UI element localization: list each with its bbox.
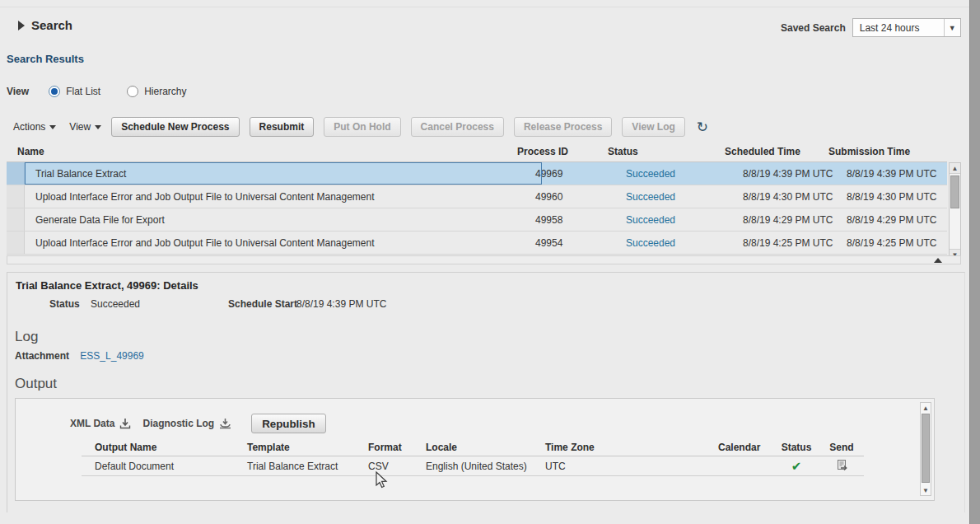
cancel-process-button[interactable]: Cancel Process	[411, 117, 504, 137]
schedule-new-process-button[interactable]: Schedule New Process	[111, 117, 239, 137]
cell-template: Trial Balance Extract	[247, 461, 368, 472]
cell-status[interactable]: Succeeded	[626, 237, 743, 249]
radio-hierarchy[interactable]: Hierarchy	[127, 86, 186, 97]
output-table-row[interactable]: Default Document Trial Balance Extract C…	[82, 456, 864, 476]
log-section-heading: Log	[15, 329, 38, 345]
results-table-header: Name Process ID Status Scheduled Time Su…	[7, 142, 947, 162]
put-on-hold-button[interactable]: Put On Hold	[324, 117, 400, 137]
table-row[interactable]: Trial Balance Extract 49969 Succeeded 8/…	[7, 162, 947, 185]
output-panel: XML Data Diagnostic Log Republish Output…	[15, 398, 935, 501]
output-table: Output Name Template Format Locale Time …	[82, 438, 864, 476]
row-gutter	[7, 185, 25, 208]
xml-data-label: XML Data	[70, 418, 114, 429]
saved-search-selected-value: Last 24 hours	[860, 22, 920, 34]
column-header-status[interactable]: Status	[772, 442, 821, 453]
cell-process-id: 49969	[535, 168, 626, 180]
column-header-locale[interactable]: Locale	[426, 442, 545, 453]
republish-button[interactable]: Republish	[251, 414, 325, 433]
resubmit-button[interactable]: Resubmit	[250, 117, 315, 137]
cell-submission-time: 8/8/19 4:30 PM UTC	[847, 191, 946, 203]
refresh-icon[interactable]: ↻	[697, 120, 708, 134]
row-gutter	[7, 232, 25, 254]
cell-process-id: 49958	[535, 214, 626, 226]
table-row[interactable]: Upload Interface Error and Job Output Fi…	[7, 185, 947, 208]
cell-status[interactable]: Succeeded	[626, 214, 743, 226]
column-header-submission-time[interactable]: Submission Time	[828, 146, 928, 157]
cell-submission-time: 8/8/19 4:25 PM UTC	[847, 237, 946, 249]
expand-arrow-icon[interactable]	[18, 21, 25, 30]
cell-time-zone: UTC	[545, 461, 718, 472]
scroll-up-icon[interactable]: ▲	[921, 403, 931, 413]
chevron-down-icon[interactable]: ▼	[944, 19, 960, 36]
cell-name: Upload Interface Error and Job Output Fi…	[25, 237, 535, 249]
cell-status[interactable]: Succeeded	[626, 168, 743, 180]
cell-process-id: 49954	[535, 237, 626, 249]
top-divider	[0, 7, 969, 7]
radio-hierarchy-icon[interactable]	[127, 86, 138, 97]
output-toolbar: XML Data Diagnostic Log Republish	[70, 414, 326, 433]
window-scrollbar[interactable]	[969, 0, 980, 524]
radio-flat-list[interactable]: Flat List	[49, 86, 100, 97]
view-menu-label: View	[69, 121, 91, 133]
download-icon[interactable]	[119, 418, 131, 429]
column-header-send[interactable]: Send	[821, 442, 862, 453]
success-check-icon: ✔	[772, 459, 821, 474]
row-gutter	[7, 162, 25, 185]
schedule-start-label: Schedule Start	[228, 298, 297, 310]
details-title: Trial Balance Extract, 49969: Details	[16, 279, 964, 292]
status-label: Status	[49, 298, 80, 310]
column-header-process-id[interactable]: Process ID	[517, 146, 608, 157]
chevron-down-icon	[49, 125, 56, 129]
scroll-up-icon[interactable]: ▲	[950, 163, 960, 174]
column-header-name[interactable]: Name	[7, 146, 517, 157]
radio-flat-list-icon[interactable]	[49, 86, 60, 97]
radio-flat-list-label: Flat List	[66, 86, 100, 97]
view-log-button[interactable]: View Log	[622, 117, 684, 137]
release-process-button[interactable]: Release Process	[514, 117, 612, 137]
splitter-collapse-icon[interactable]	[934, 258, 942, 263]
cell-submission-time: 8/8/19 4:39 PM UTC	[847, 168, 946, 180]
results-toolbar: Actions View Schedule New Process Resubm…	[0, 116, 968, 138]
cell-status[interactable]: Succeeded	[626, 191, 743, 203]
scheduled-processes-page: Search Saved Search Last 24 hours ▼ Sear…	[0, 0, 980, 524]
column-header-output-name[interactable]: Output Name	[95, 442, 247, 453]
view-label: View	[7, 86, 29, 97]
column-header-calendar[interactable]: Calendar	[718, 442, 772, 453]
table-row[interactable]: Generate Data File for Export 49958 Succ…	[7, 208, 947, 232]
send-icon[interactable]	[821, 459, 862, 473]
results-table: Name Process ID Status Scheduled Time Su…	[7, 142, 947, 255]
scrollbar-thumb[interactable]	[922, 414, 930, 483]
results-table-scrollbar[interactable]: ▲ ▼	[949, 162, 961, 260]
cell-process-id: 49960	[535, 191, 626, 203]
output-section-heading: Output	[15, 376, 57, 392]
actions-menu[interactable]: Actions	[13, 121, 56, 133]
actions-menu-label: Actions	[13, 121, 45, 133]
attachment-link[interactable]: ESS_L_49969	[80, 350, 143, 362]
column-header-scheduled-time[interactable]: Scheduled Time	[725, 146, 828, 157]
column-header-format[interactable]: Format	[368, 442, 426, 453]
column-header-time-zone[interactable]: Time Zone	[545, 442, 718, 453]
output-table-header: Output Name Template Format Locale Time …	[82, 438, 864, 456]
table-row[interactable]: Upload Interface Error and Job Output Fi…	[7, 232, 947, 255]
header-gutter	[82, 438, 95, 456]
search-section-header[interactable]: Search	[18, 18, 72, 32]
cell-scheduled-time: 8/8/19 4:30 PM UTC	[743, 191, 847, 203]
scroll-down-icon[interactable]: ▼	[921, 485, 931, 495]
column-header-status[interactable]: Status	[608, 146, 725, 157]
status-value: Succeeded	[91, 298, 140, 310]
chevron-down-icon	[95, 125, 101, 129]
scrollbar-thumb[interactable]	[950, 175, 959, 208]
column-header-template[interactable]: Template	[247, 442, 368, 453]
output-panel-scrollbar[interactable]: ▲ ▼	[920, 402, 931, 496]
cell-scheduled-time: 8/8/19 4:39 PM UTC	[743, 168, 847, 180]
search-results-heading: Search Results	[7, 53, 84, 65]
view-menu[interactable]: View	[69, 121, 101, 133]
attachment-label: Attachment	[15, 350, 69, 362]
saved-search-label: Saved Search	[781, 22, 846, 34]
schedule-start-value: 8/8/19 4:39 PM UTC	[296, 298, 386, 310]
search-title: Search	[31, 18, 72, 32]
saved-search-select[interactable]: Last 24 hours ▼	[852, 18, 961, 37]
diagnostic-log-download-icon[interactable]	[219, 418, 231, 429]
view-controls: View Flat List Hierarchy	[7, 86, 205, 97]
horizontal-scrollbar[interactable]	[7, 255, 961, 264]
